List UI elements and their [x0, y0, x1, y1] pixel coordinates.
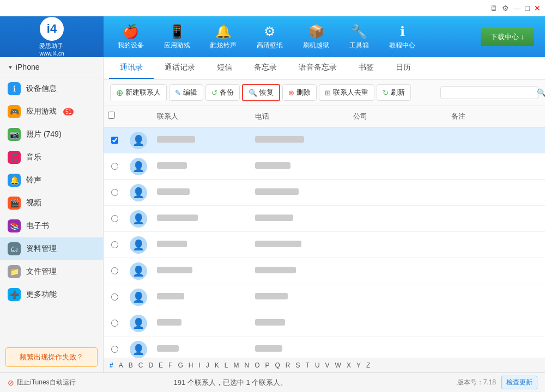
table-row[interactable]: 👤	[104, 284, 545, 310]
tab-voice-notes[interactable]: 语音备忘录	[288, 57, 348, 79]
alpha-R[interactable]: R	[284, 360, 292, 370]
row-select-7[interactable]	[111, 320, 118, 327]
nav-item-toolbox[interactable]: 🔧工具箱	[341, 20, 378, 54]
backup-btn[interactable]: ↺ 备份	[205, 84, 240, 101]
alpha-H[interactable]: H	[187, 360, 195, 370]
alpha-L[interactable]: L	[223, 360, 230, 370]
search-input[interactable]	[445, 89, 537, 97]
nav-item-app-game[interactable]: 📱应用游戏	[155, 20, 199, 54]
alpha-N[interactable]: N	[243, 360, 251, 370]
tab-call-log[interactable]: 通话记录	[154, 57, 206, 79]
status-bar: ⊘ 阻止iTunes自动运行 191 个联系人，已选中 1 个联系人。 版本号：…	[0, 372, 545, 392]
alpha-E[interactable]: E	[157, 360, 165, 370]
row-name-3	[153, 211, 251, 226]
alpha-U[interactable]: U	[313, 360, 322, 370]
name-blur-2	[157, 188, 190, 195]
name-blur-3	[157, 215, 198, 221]
row-select-4[interactable]	[111, 241, 118, 248]
delete-btn[interactable]: ⊗ 删除	[282, 84, 317, 101]
nav-item-tutorial[interactable]: ℹ教程中心	[380, 20, 424, 54]
minimize-icon[interactable]: —	[513, 4, 521, 13]
sidebar-label-more: 更多功能	[26, 290, 57, 299]
close-icon[interactable]: ✕	[534, 4, 541, 13]
dedup-btn[interactable]: ⊞ 联系人去重	[319, 84, 374, 101]
tab-bookmarks[interactable]: 书签	[348, 57, 385, 79]
alpha-W[interactable]: W	[334, 360, 343, 370]
sidebar-icon-music: 🎵	[8, 151, 21, 164]
row-select-5[interactable]	[111, 267, 118, 274]
alpha-X[interactable]: X	[345, 360, 353, 370]
new-contact-btn[interactable]: ⊕ 新建联系人	[110, 84, 167, 101]
refresh-btn[interactable]: ↻ 刷新	[377, 84, 411, 101]
alpha-V[interactable]: V	[324, 360, 331, 370]
row-select-6[interactable]	[111, 293, 118, 301]
alpha-B[interactable]: B	[127, 360, 135, 370]
trouble-btn[interactable]: 频繁出现操作失败？	[5, 347, 98, 367]
logo-text: 爱思助手 www.i4.cn	[39, 42, 64, 57]
table-row[interactable]: 👤	[104, 180, 545, 206]
table-row[interactable]: 👤	[104, 206, 545, 232]
row-select-1[interactable]	[111, 163, 118, 170]
alpha-T[interactable]: T	[304, 360, 311, 370]
collapse-icon[interactable]: ▼	[8, 64, 13, 70]
sidebar-item-ebook[interactable]: 📚电子书	[0, 215, 103, 237]
sidebar-item-device-info[interactable]: ℹ设备信息	[0, 77, 103, 100]
tab-notes[interactable]: 备忘录	[243, 57, 288, 79]
alpha-K[interactable]: K	[213, 360, 221, 370]
sidebar-item-video[interactable]: 🎬视频	[0, 192, 103, 215]
row-select-3[interactable]	[111, 215, 118, 222]
alpha-J[interactable]: J	[204, 360, 211, 370]
table-row[interactable]: 👤	[104, 154, 545, 180]
alpha-O[interactable]: O	[253, 360, 261, 370]
sidebar-item-music[interactable]: 🎵音乐	[0, 146, 103, 169]
sidebar-item-app-game[interactable]: 🎮应用游戏51	[0, 100, 103, 123]
row-note-3	[447, 216, 545, 222]
alpha-Y[interactable]: Y	[355, 360, 362, 370]
table-row[interactable]: 👤	[104, 258, 545, 284]
settings-icon[interactable]: ⚙	[502, 4, 509, 13]
sidebar-item-photo[interactable]: 📷照片 (749)	[0, 123, 103, 146]
nav-item-my-device[interactable]: 🍎我的设备	[109, 20, 153, 54]
alpha-G[interactable]: G	[176, 360, 184, 370]
alpha-A[interactable]: A	[117, 360, 125, 370]
alpha-P[interactable]: P	[264, 360, 271, 370]
table-row[interactable]: 👤	[104, 127, 545, 154]
row-note-8	[447, 346, 545, 353]
sidebar-item-file-mgmt[interactable]: 📁文件管理	[0, 260, 103, 283]
alpha-I[interactable]: I	[197, 360, 202, 370]
tab-calendar[interactable]: 日历	[385, 57, 422, 79]
alpha-M[interactable]: M	[232, 360, 240, 370]
sidebar-icon-file-mgmt: 📁	[8, 265, 21, 278]
tab-contacts[interactable]: 通讯录	[109, 57, 154, 79]
alpha-#[interactable]: #	[108, 360, 115, 370]
download-btn[interactable]: 下载中心 ↓	[481, 28, 534, 46]
sidebar-item-ringtone[interactable]: 🔔铃声	[0, 169, 103, 192]
alpha-Z[interactable]: Z	[365, 360, 372, 370]
alpha-Q[interactable]: Q	[274, 360, 282, 370]
nav-item-wallpaper[interactable]: ⚙高清壁纸	[248, 20, 292, 54]
alpha-C[interactable]: C	[137, 360, 145, 370]
tab-sms[interactable]: 短信	[206, 57, 243, 79]
table-row[interactable]: 👤	[104, 336, 545, 358]
alpha-S[interactable]: S	[294, 360, 302, 370]
row-select-0[interactable]	[111, 137, 118, 144]
row-select-8[interactable]	[111, 346, 118, 353]
row-avatar-cell-7: 👤	[125, 311, 153, 335]
row-select-2[interactable]	[111, 189, 118, 196]
row-note-5	[447, 268, 545, 274]
restore-btn[interactable]: 🔍 恢复	[242, 84, 280, 101]
table-row[interactable]: 👤	[104, 310, 545, 336]
sidebar-item-data-mgmt[interactable]: 🗂资料管理	[0, 237, 103, 260]
edit-btn[interactable]: ✎ 编辑	[169, 84, 203, 101]
alpha-F[interactable]: F	[167, 360, 174, 370]
check-update-btn[interactable]: 检查更新	[501, 376, 537, 389]
maximize-icon[interactable]: □	[525, 4, 530, 13]
select-all-checkbox[interactable]	[108, 112, 115, 119]
alpha-D[interactable]: D	[147, 360, 155, 370]
row-name-4	[153, 237, 251, 252]
row-company-3	[349, 216, 447, 222]
sidebar-item-more[interactable]: ➕更多功能	[0, 283, 103, 306]
nav-item-jailbreak[interactable]: 📦刷机越狱	[294, 20, 338, 54]
nav-item-ringtone[interactable]: 🔔酷炫铃声	[202, 20, 245, 54]
table-row[interactable]: 👤	[104, 232, 545, 258]
